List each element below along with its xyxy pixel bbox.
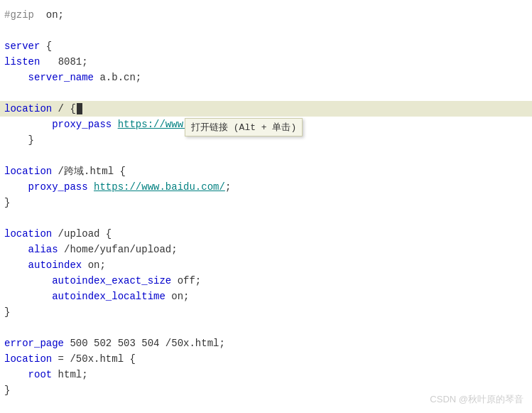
watermark: CSDN @秋叶原的琴音	[430, 393, 523, 406]
code-line-close-cross: }	[0, 195, 532, 210]
line-content-errorpage: error_page 500 502 503 504 /50x.html;	[0, 338, 532, 349]
line-content-server: server {	[0, 41, 532, 52]
code-line-location-upload: location /upload {	[0, 226, 532, 242]
code-line-empty-2	[0, 85, 532, 101]
code-line-root: root html;	[0, 367, 532, 382]
code-line-autoindex: autoindex on;	[0, 257, 532, 273]
code-line-empty-3	[0, 148, 532, 163]
code-line-errorpage: error_page 500 502 503 504 /50x.html;	[0, 336, 532, 351]
code-line-close-upload: }	[0, 304, 532, 320]
code-line-server: server {	[0, 38, 532, 54]
text-cursor	[77, 103, 82, 114]
line-content-empty-4	[0, 213, 532, 224]
line-content-empty-1	[0, 25, 532, 36]
line-content-1: #gzip on;	[0, 9, 532, 21]
line-content-listen: listen 8081;	[0, 56, 532, 68]
code-line-location-cross: location /跨域.html {	[0, 163, 532, 179]
code-line-servername: server_name a.b.cn;	[0, 70, 532, 85]
tooltip-text: 打开链接 (Alt + 单击)	[191, 122, 296, 133]
line-content-root: root html;	[0, 369, 532, 380]
line-content-location-upload: location /upload {	[0, 228, 532, 240]
line-content-proxypass-baidu: proxy_pass https://www.baidu.com/;	[0, 181, 532, 193]
code-line-1: #gzip on;	[0, 7, 532, 23]
line-content-empty-2	[0, 87, 532, 99]
line-content-empty-3	[0, 150, 532, 161]
code-line-location-root: location / {	[0, 101, 532, 117]
code-line-empty-1	[0, 23, 532, 38]
code-line-autoindex-local: autoindex_localtime on;	[0, 289, 532, 304]
code-content: #gzip on; server { listen 8081; server_n…	[0, 0, 532, 405]
line-content-close-upload: }	[0, 306, 532, 318]
url-baidu[interactable]: https://www.baidu.com/	[94, 181, 225, 193]
code-line-proxypass-sougou: proxy_pass https://www.sougou.com; 打开链接 …	[0, 117, 532, 132]
line-content-servername: server_name a.b.cn;	[0, 72, 532, 83]
line-content-autoindex: autoindex on;	[0, 259, 532, 271]
code-line-proxypass-baidu: proxy_pass https://www.baidu.com/;	[0, 179, 532, 195]
line-content-location-root: location / {	[0, 103, 532, 114]
code-line-empty-4	[0, 210, 532, 226]
code-line-empty-5	[0, 320, 532, 336]
code-editor: #gzip on; server { listen 8081; server_n…	[0, 0, 532, 413]
line-content-autoindex-exact: autoindex_exact_size off;	[0, 275, 532, 286]
line-content-autoindex-local: autoindex_localtime on;	[0, 291, 532, 302]
line-content-location-cross: location /跨域.html {	[0, 165, 532, 178]
code-line-autoindex-exact: autoindex_exact_size off;	[0, 273, 532, 289]
line-content-empty-5	[0, 322, 532, 333]
link-tooltip: 打开链接 (Alt + 单击)	[185, 118, 303, 136]
line-content-alias: alias /home/yufan/upload;	[0, 244, 532, 255]
code-line-listen: listen 8081;	[0, 54, 532, 70]
line-content-close-cross: }	[0, 197, 532, 208]
code-line-alias: alias /home/yufan/upload;	[0, 242, 532, 257]
code-line-location-50x: location = /50x.html {	[0, 351, 532, 367]
line-content-location-50x: location = /50x.html {	[0, 353, 532, 365]
